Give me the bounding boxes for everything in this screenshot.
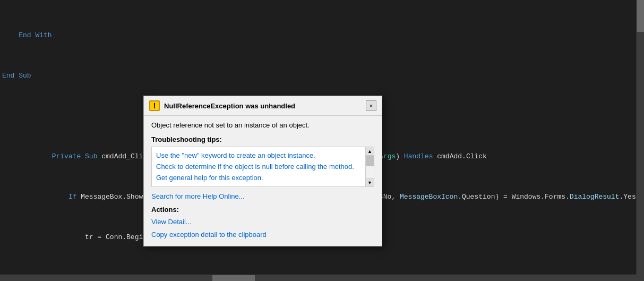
search-more-link[interactable]: Search for more Help Online... xyxy=(151,192,374,200)
dialog-close-button[interactable]: × xyxy=(366,100,376,111)
code-line: End With xyxy=(0,30,644,40)
tips-scroll-down[interactable]: ▼ xyxy=(366,178,374,186)
tip-link-3[interactable]: Get general help for this exception. xyxy=(156,173,363,184)
vertical-scrollbar-thumb[interactable] xyxy=(637,0,644,32)
dialog-body: Object reference not set to an instance … xyxy=(144,116,382,246)
action-link-view-detail[interactable]: View Detail... xyxy=(151,216,374,228)
action-link-copy-exception[interactable]: Copy exception detail to the clipboard xyxy=(151,228,374,241)
code-line: End Sub xyxy=(0,71,644,81)
horizontal-scrollbar[interactable] xyxy=(0,275,637,281)
tips-box: Use the "new" keyword to create an objec… xyxy=(151,147,374,187)
tips-scroll-up[interactable]: ▲ xyxy=(366,147,374,156)
troubleshooting-title: Troubleshooting tips: xyxy=(151,135,374,143)
tip-link-2[interactable]: Check to determine if the object is null… xyxy=(156,161,363,173)
dialog-title: NullReferenceException was unhandled xyxy=(164,102,362,110)
tips-scrollbar: ▲ ▼ xyxy=(365,147,374,186)
tips-content: Use the "new" keyword to create an objec… xyxy=(152,147,374,186)
vertical-scrollbar[interactable] xyxy=(637,0,644,281)
scroll-corner xyxy=(637,275,644,281)
actions-title: Actions: xyxy=(151,206,374,214)
exception-dialog: ! NullReferenceException was unhandled ×… xyxy=(143,96,382,246)
horizontal-scrollbar-thumb[interactable] xyxy=(212,275,255,281)
dialog-error-message: Object reference not set to an instance … xyxy=(151,121,374,129)
editor-area: End With End Sub Private Sub cmdAdd_Clic… xyxy=(0,0,644,281)
tips-scroll-thumb[interactable] xyxy=(366,156,374,166)
tips-scroll-track xyxy=(366,156,374,178)
warning-icon: ! xyxy=(149,100,160,111)
tip-link-1[interactable]: Use the "new" keyword to create an objec… xyxy=(156,150,363,161)
dialog-titlebar: ! NullReferenceException was unhandled × xyxy=(144,96,382,116)
